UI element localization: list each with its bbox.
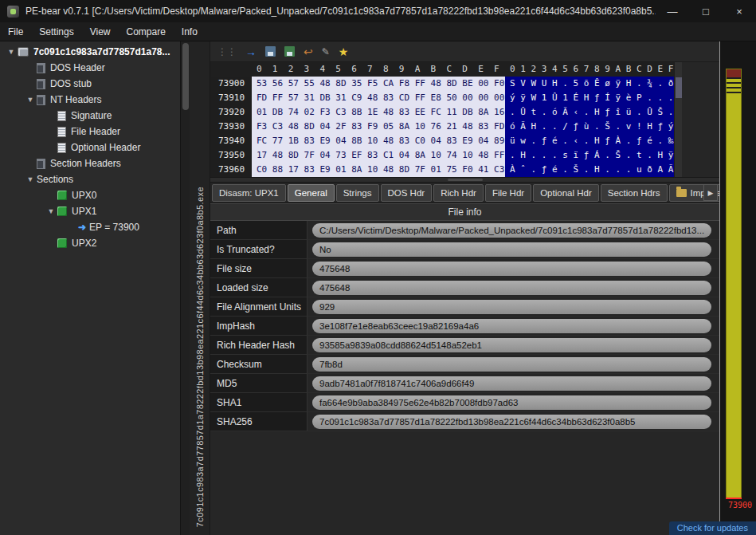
table-row: MD5 9adb7481a0f7f818741c7406a9d66f49 — [210, 374, 719, 393]
section-icon — [57, 207, 67, 216]
ascii-row[interactable]: . H . . . s ï ƒ Á . Š . t . H ÿ — [505, 148, 674, 163]
tree-item-sections[interactable]: ▼ Sections — [0, 171, 180, 187]
edit-icon[interactable]: ✎ — [322, 46, 330, 57]
hex-offset: 73910 — [210, 91, 252, 105]
ascii-row[interactable]: À ˆ . ƒ é . Š . H . . . u ð A Ã — [505, 163, 674, 177]
table-row: Rich Header Hash 93585a9839a08cdd88624d5… — [210, 336, 719, 355]
save-icon[interactable] — [265, 46, 276, 57]
file-map-bar[interactable] — [726, 69, 742, 499]
check-for-updates-link[interactable]: Check for updates — [669, 521, 756, 535]
tree-item-upx0[interactable]: UPX0 — [0, 187, 180, 203]
hex-bytes-row[interactable]: 17 48 8D 7F 04 73 EF 83 C1 04 8A 10 74 1… — [252, 148, 505, 163]
tree-item-section-headers[interactable]: Section Headers — [0, 155, 180, 171]
tree-item-upx1[interactable]: ▼ UPX1 — [0, 203, 180, 219]
table-row: ImpHash 3e108f7e1e8eab63ceec19a82169a4a6 — [210, 317, 719, 336]
hex-bytes-row[interactable]: C0 88 17 83 E9 01 8A 10 48 8D 7F 01 75 F… — [252, 163, 505, 177]
title-bar: PE-bear v0.7.1 [C:/Users/Victim/Desktop/… — [0, 0, 756, 22]
menu-info[interactable]: Info — [174, 24, 206, 40]
is-truncated-value: No — [312, 242, 711, 257]
tab-disasm-upx1[interactable]: Disasm: UPX1 — [212, 184, 286, 202]
tree-item-file-header[interactable]: File Header — [0, 124, 180, 140]
sha256-value: 7c091c1c983a7d77857d1a78222fbd13b98ea221… — [312, 415, 711, 429]
hex-bytes-row[interactable]: FD FF 57 31 DB 31 C9 48 83 CD FF E8 50 0… — [252, 91, 505, 105]
chevron-down-icon[interactable]: ▼ — [45, 207, 57, 215]
page-icon — [57, 127, 66, 137]
tab-strings[interactable]: Strings — [336, 184, 379, 202]
tab-section-hdrs[interactable]: Section Hdrs — [601, 184, 668, 202]
tab-scroll-right-button[interactable]: ▶ — [703, 184, 718, 201]
hex-scrollbar-thumb[interactable] — [676, 77, 682, 98]
undo-icon[interactable]: ↩ — [304, 45, 313, 58]
toolbar-drag-handle[interactable]: ⋮⋮ — [217, 46, 237, 57]
menu-settings[interactable]: Settings — [31, 24, 81, 40]
file-map-headers-segment — [727, 69, 741, 77]
star-icon[interactable]: ★ — [339, 45, 349, 58]
hex-bytes-row[interactable]: 53 56 57 55 48 8D 35 F5 CA F8 FF 48 8D B… — [252, 77, 505, 91]
tree-item-optional-header[interactable]: Optional Header — [0, 140, 180, 155]
hex-column-header: 0 1 2 3 4 5 6 7 8 9 A B C D E F — [252, 62, 505, 77]
table-row: Is Truncated? No — [210, 240, 719, 259]
path-value: C:/Users/Victim/Desktop/Malware/Packed_U… — [312, 223, 711, 238]
tree-item-nt-headers[interactable]: ▼ NT Headers — [0, 92, 180, 108]
table-row: File size 475648 — [210, 259, 719, 278]
page-icon — [57, 111, 66, 121]
menu-view[interactable]: View — [82, 24, 119, 40]
imphash-value: 3e108f7e1e8eab63ceec19a82169a4a6 — [312, 319, 711, 333]
hex-offset: 73920 — [210, 105, 252, 120]
minimize-button[interactable]: — — [656, 0, 689, 22]
tab-optional-hdr[interactable]: Optional Hdr — [533, 184, 599, 202]
goto-offset-icon[interactable]: → — [245, 45, 257, 58]
tree-item-upx2[interactable]: UPX2 — [0, 235, 180, 251]
hex-scrollbar[interactable] — [674, 62, 682, 177]
header-icon — [37, 159, 45, 169]
window-controls: — □ × — [656, 0, 756, 22]
file-info-title: File info — [210, 203, 719, 221]
table-row: Path C:/Users/Victim/Desktop/Malware/Pac… — [210, 221, 719, 240]
menu-compare[interactable]: Compare — [119, 24, 174, 40]
sha1-value: fa664e9b9aba384975e62e4b82b7008fdb97ad63 — [312, 395, 711, 410]
ascii-row[interactable]: . Û t . ó Ã ‹ . H ƒ î ü . Û Š . — [505, 105, 674, 120]
main-panel: ⋮⋮ → ↩ ✎ ★ 73900 73910 73920 73930 73940… — [210, 41, 719, 535]
module-icon — [18, 47, 29, 57]
ascii-row[interactable]: ü w . ƒ é . ‹ . H ƒ À . ƒ é . ‰ — [505, 134, 674, 148]
ascii-column-header: 0 1 2 3 4 5 6 7 8 9 A B C D E F — [505, 62, 674, 77]
hex-bytes-row[interactable]: 01 DB 74 02 F3 C3 8B 1E 48 83 EE FC 11 D… — [252, 105, 505, 120]
tree-item-dos-stub[interactable]: DOS stub — [0, 76, 180, 92]
hex-offset: 73950 — [210, 148, 252, 163]
rich-header-hash-value: 93585a9839a08cdd88624d5148a52eb1 — [312, 338, 711, 352]
table-row: Loaded size 475648 — [210, 278, 719, 297]
menu-file[interactable]: File — [0, 24, 31, 40]
ascii-row[interactable]: S V W U H . 5 õ Ê ø ÿ H . ¾ . ð — [505, 77, 674, 91]
table-row: SHA256 7c091c1c983a7d77857d1a78222fbd13b… — [210, 412, 719, 431]
hex-offset: 73960 — [210, 163, 252, 177]
tab-general[interactable]: General — [288, 184, 335, 202]
tree-item-root[interactable]: ▼ 7c091c1c983a7d77857d1a78... — [0, 44, 180, 60]
chevron-down-icon[interactable]: ▼ — [5, 48, 18, 56]
content-area: ▼ 7c091c1c983a7d77857d1a78... DOS Header… — [0, 41, 756, 535]
tab-dos-hdr[interactable]: DOS Hdr — [381, 184, 433, 202]
tree-item-dos-header[interactable]: DOS Header — [0, 60, 180, 76]
dump-icon[interactable] — [284, 46, 295, 57]
ascii-row[interactable]: ý ÿ W 1 Û 1 É H ƒ Í ÿ è P . . . — [505, 91, 674, 105]
hex-bytes-row[interactable]: FC 77 1B 83 E9 04 8B 10 48 83 C0 04 83 E… — [252, 134, 505, 148]
maximize-button[interactable]: □ — [689, 0, 723, 22]
file-alignment-value: 929 — [312, 300, 711, 314]
table-row: File Alignment Units 929 — [210, 297, 719, 317]
splitter[interactable] — [210, 177, 719, 183]
checksum-value: 7fb8d — [312, 357, 711, 372]
file-info-table: Path C:/Users/Victim/Desktop/Malware/Pac… — [210, 221, 719, 535]
hex-offset: 73940 — [210, 134, 252, 148]
tree-item-entry-point[interactable]: ➜ EP = 73900 — [0, 219, 180, 235]
tree-item-signature[interactable]: Signature — [0, 108, 180, 124]
hex-bytes-row[interactable]: F3 C3 48 8D 04 2F 83 F9 05 8A 10 76 21 4… — [252, 120, 505, 134]
splitter-grip[interactable] — [448, 179, 483, 181]
chevron-down-icon[interactable]: ▼ — [24, 96, 37, 104]
table-row: Checksum 7fb8d — [210, 355, 719, 374]
tree-scrollbar[interactable] — [180, 41, 190, 535]
tree-scrollbar-thumb[interactable] — [182, 43, 189, 110]
chevron-down-icon[interactable]: ▼ — [24, 175, 37, 183]
tab-rich-hdr[interactable]: Rich Hdr — [433, 184, 484, 202]
close-button[interactable]: × — [723, 0, 756, 22]
tab-file-hdr[interactable]: File Hdr — [485, 184, 531, 202]
ascii-row[interactable]: ó Ã H . . / ƒ ù . Š . v ! H ƒ ý — [505, 120, 674, 134]
